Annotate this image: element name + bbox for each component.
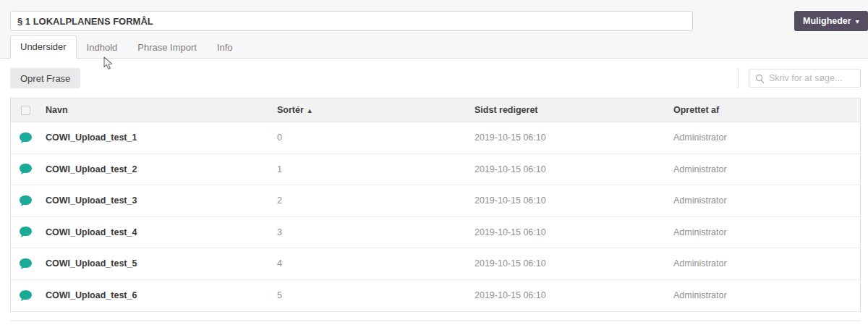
row-created-by: Administrator <box>673 195 860 206</box>
row-last-edited: 2019-10-15 06:10 <box>475 258 673 269</box>
tab-indhold[interactable]: Indhold <box>77 36 128 59</box>
row-sort-value: 5 <box>277 290 475 300</box>
row-created-by: Administrator <box>673 132 860 143</box>
toolbar-divider <box>738 68 739 88</box>
speech-bubble-icon <box>19 195 33 207</box>
table-row[interactable]: COWI_Upload_test_1 0 2019-10-15 06:10 Ad… <box>11 122 860 154</box>
row-name[interactable]: COWI_Upload_test_3 <box>46 195 277 206</box>
row-name[interactable]: COWI_Upload_test_1 <box>46 132 277 143</box>
speech-bubble-icon <box>19 226 33 238</box>
column-header-sidst-redigeret[interactable]: Sidst redigeret <box>475 105 673 115</box>
subpages-table: Navn Sortér▲ Sidst redigeret Oprettet af… <box>10 98 861 312</box>
table-row[interactable]: COWI_Upload_test_6 5 2019-10-15 06:10 Ad… <box>11 280 860 312</box>
search-box[interactable] <box>749 69 861 88</box>
row-created-by: Administrator <box>673 227 860 237</box>
row-sort-value: 0 <box>277 132 475 143</box>
table-row[interactable]: COWI_Upload_test_4 3 2019-10-15 06:10 Ad… <box>11 217 860 249</box>
caret-down-icon: ▾ <box>856 18 859 25</box>
row-sort-value: 3 <box>277 227 475 237</box>
search-input[interactable] <box>769 73 854 83</box>
speech-bubble-icon <box>19 163 33 175</box>
tab-undersider[interactable]: Undersider <box>10 35 77 59</box>
select-all-checkbox[interactable] <box>21 106 30 115</box>
row-created-by: Administrator <box>673 164 860 174</box>
row-sort-value: 1 <box>277 164 475 174</box>
column-header-sorter[interactable]: Sortér▲ <box>277 105 475 115</box>
row-created-by: Administrator <box>673 258 860 269</box>
row-last-edited: 2019-10-15 06:10 <box>475 164 673 174</box>
row-last-edited: 2019-10-15 06:10 <box>475 195 673 206</box>
tab-bar: Undersider Indhold Phrase Import Info <box>10 35 243 59</box>
table-row[interactable]: COWI_Upload_test_2 1 2019-10-15 06:10 Ad… <box>11 154 860 186</box>
row-sort-value: 4 <box>277 258 475 269</box>
speech-bubble-icon <box>19 258 33 270</box>
table-row[interactable]: COWI_Upload_test_3 2 2019-10-15 06:10 Ad… <box>11 185 860 217</box>
options-button[interactable]: Muligheder ▾ <box>794 11 868 31</box>
row-last-edited: 2019-10-15 06:10 <box>475 132 673 143</box>
table-header-row: Navn Sortér▲ Sidst redigeret Oprettet af <box>11 98 860 122</box>
speech-bubble-icon <box>19 132 33 144</box>
row-name[interactable]: COWI_Upload_test_5 <box>46 258 277 269</box>
create-phrase-button[interactable]: Opret Frase <box>10 68 80 88</box>
header-band: Muligheder ▾ Undersider Indhold Phrase I… <box>0 0 868 59</box>
page: Muligheder ▾ Undersider Indhold Phrase I… <box>0 0 868 325</box>
row-name[interactable]: COWI_Upload_test_6 <box>46 290 277 300</box>
row-last-edited: 2019-10-15 06:10 <box>475 227 673 237</box>
tab-info[interactable]: Info <box>207 36 243 59</box>
sort-ascending-icon: ▲ <box>307 107 313 114</box>
row-created-by: Administrator <box>673 290 860 300</box>
options-button-label: Muligheder <box>803 16 851 26</box>
tab-phrase-import[interactable]: Phrase Import <box>127 36 207 59</box>
column-header-navn[interactable]: Navn <box>46 105 277 115</box>
search-icon <box>755 74 765 83</box>
row-name[interactable]: COWI_Upload_test_2 <box>46 164 277 174</box>
column-header-oprettet-af[interactable]: Oprettet af <box>673 105 860 115</box>
row-sort-value: 2 <box>277 195 475 206</box>
speech-bubble-icon <box>19 290 33 302</box>
page-title-input[interactable] <box>10 11 693 31</box>
row-last-edited: 2019-10-15 06:10 <box>475 290 673 300</box>
row-name[interactable]: COWI_Upload_test_4 <box>46 227 277 237</box>
table-row[interactable]: COWI_Upload_test_5 4 2019-10-15 06:10 Ad… <box>11 248 860 280</box>
bottom-divider <box>10 320 861 321</box>
